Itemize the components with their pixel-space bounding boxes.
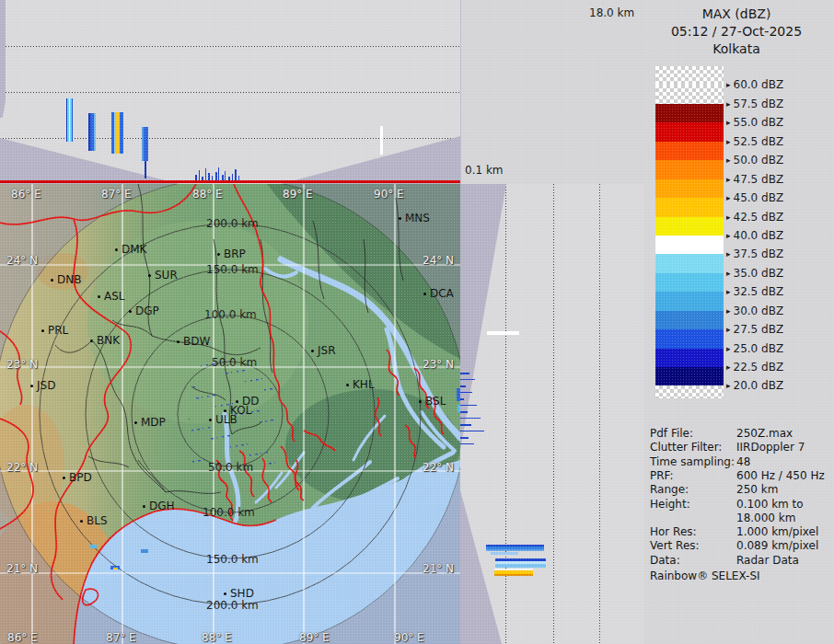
city-label: ASL xyxy=(104,291,125,302)
legend-threshold-text: 55.0 dBZ xyxy=(734,116,784,129)
legend-color-band xyxy=(655,85,724,103)
legend-threshold-text: 30.0 dBZ xyxy=(734,305,784,317)
metadata-value: 0.089 km/pixel xyxy=(736,539,818,552)
metadata-key: Data: xyxy=(650,554,680,567)
legend-tick-arrow-icon: ▸ xyxy=(726,213,731,222)
city-dot-marker xyxy=(80,520,83,523)
legend-color-band xyxy=(655,236,724,254)
metadata-row: Data:Radar Data xyxy=(650,554,832,567)
legend-threshold-label: ▸47.5 dBZ xyxy=(726,173,783,186)
metadata-value: 1.000 km/pixel xyxy=(736,525,818,538)
radar-application-window: DMKBRPDNBSURASLDGPPRLBNKBDWMNSDCAJSRKHLB… xyxy=(0,0,834,644)
legend-threshold-label: ▸42.5 dBZ xyxy=(726,211,783,224)
metadata-value: 0.100 km to xyxy=(736,498,804,511)
legend-threshold-label: ▸35.0 dBZ xyxy=(726,267,783,280)
echo-spike xyxy=(199,170,200,180)
legend-tick-arrow-icon: ▸ xyxy=(726,249,731,259)
city-dot-marker xyxy=(217,253,220,256)
right-cross-section-panel[interactable] xyxy=(460,184,644,644)
echo-spike xyxy=(460,373,469,374)
slice-position-marker xyxy=(487,331,519,335)
legend-tick-arrow-icon: ▸ xyxy=(726,287,731,296)
latitude-label: 21° N xyxy=(6,562,38,575)
metadata-row: Pdf File:250Z.max xyxy=(650,427,832,440)
top-cross-section-panel[interactable] xyxy=(0,0,461,184)
city-dot-marker xyxy=(129,310,132,313)
legend-threshold-label: ▸57.5 dBZ xyxy=(726,98,783,110)
longitude-label: 88° E xyxy=(192,188,223,201)
city-label: MDP xyxy=(141,417,166,428)
city-label: SHD xyxy=(230,588,254,599)
range-ring-label: 150.0 km xyxy=(206,263,259,276)
city-code: PRL xyxy=(48,324,68,337)
echo-bar xyxy=(491,552,518,555)
legend-threshold-label: ▸50.0 dBZ xyxy=(726,154,783,167)
city-dot-marker xyxy=(134,421,137,424)
city-label: ULB xyxy=(215,414,237,425)
metadata-key: Vert Res: xyxy=(650,539,700,552)
city-dot-marker xyxy=(209,419,212,421)
echo-spike xyxy=(460,392,472,393)
legend-tick-arrow-icon: ▸ xyxy=(726,155,731,165)
city-code: BRP xyxy=(224,247,246,260)
echo-spike xyxy=(208,173,210,180)
no-data-wedge xyxy=(0,0,6,118)
legend-threshold-text: 37.5 dBZ xyxy=(734,247,784,260)
legend-color-band xyxy=(655,273,724,292)
legend-threshold-label: ▸45.0 dBZ xyxy=(726,191,783,204)
longitude-label: 90° E xyxy=(374,188,404,201)
city-dot-marker xyxy=(224,409,226,412)
metadata-key: PRF: xyxy=(650,469,674,482)
city-code: DCA xyxy=(430,287,454,300)
legend-color-band xyxy=(655,66,724,85)
echo-spike xyxy=(460,431,484,431)
city-dot-marker xyxy=(90,339,93,342)
echo-spike xyxy=(235,169,237,180)
city-dot-marker xyxy=(423,293,426,295)
legend-threshold-label: ▸60.0 dBZ xyxy=(726,78,783,91)
legend-threshold-text: 52.5 dBZ xyxy=(734,135,784,148)
legend-threshold-text: 60.0 dBZ xyxy=(734,78,784,91)
legend-threshold-label: ▸52.5 dBZ xyxy=(726,135,783,148)
longitude-label: 86° E xyxy=(7,631,38,644)
city-label: BRP xyxy=(224,248,246,259)
city-code: SHD xyxy=(230,587,254,600)
height-gridline xyxy=(0,92,460,93)
city-code: JSR xyxy=(318,344,336,357)
latitude-label: 22° N xyxy=(6,461,38,474)
city-label: DGH xyxy=(149,500,175,512)
city-code: DNB xyxy=(57,273,81,286)
city-code: BNK xyxy=(97,334,120,347)
legend-threshold-label: ▸27.5 dBZ xyxy=(726,323,783,336)
city-code: DGP xyxy=(135,305,159,317)
range-ring-label: 50.0 km xyxy=(212,356,257,369)
metadata-row: Time sampling:48 xyxy=(650,455,832,468)
metadata-value: 48 xyxy=(736,455,750,468)
echo-spike xyxy=(215,172,217,180)
height-axis-max-label: 18.0 km xyxy=(589,6,634,19)
city-label: DMK xyxy=(122,244,146,255)
city-code: ULB xyxy=(215,413,237,426)
range-ring-label: 100.0 km xyxy=(204,308,257,321)
legend-color-band xyxy=(655,217,724,236)
longitude-label: 89° E xyxy=(283,188,313,201)
legend-threshold-text: 50.0 dBZ xyxy=(734,154,784,167)
metadata-key: Height: xyxy=(650,498,690,511)
legend-threshold-label: ▸22.5 dBZ xyxy=(726,361,783,374)
longitude-label: 86° E xyxy=(11,188,41,201)
echo-spike xyxy=(232,174,233,180)
radar-map-view[interactable]: DMKBRPDNBSURASLDGPPRLBNKBDWMNSDCAJSRKHLB… xyxy=(0,184,460,644)
longitude-label: 90° E xyxy=(394,631,424,644)
legend-color-band xyxy=(655,329,724,348)
no-data-wedge xyxy=(281,136,460,184)
echo-bar xyxy=(88,113,96,151)
city-code: BPD xyxy=(69,471,92,484)
city-code: MDP xyxy=(141,416,166,429)
city-code: DGH xyxy=(149,500,175,512)
city-dot-marker xyxy=(115,248,118,251)
station-name: Kolkata xyxy=(644,40,828,58)
slice-position-marker xyxy=(380,126,383,155)
city-label: JSR xyxy=(318,345,336,356)
metadata-value: 600 Hz / 450 Hz xyxy=(736,469,825,482)
legend-color-band xyxy=(655,142,724,160)
